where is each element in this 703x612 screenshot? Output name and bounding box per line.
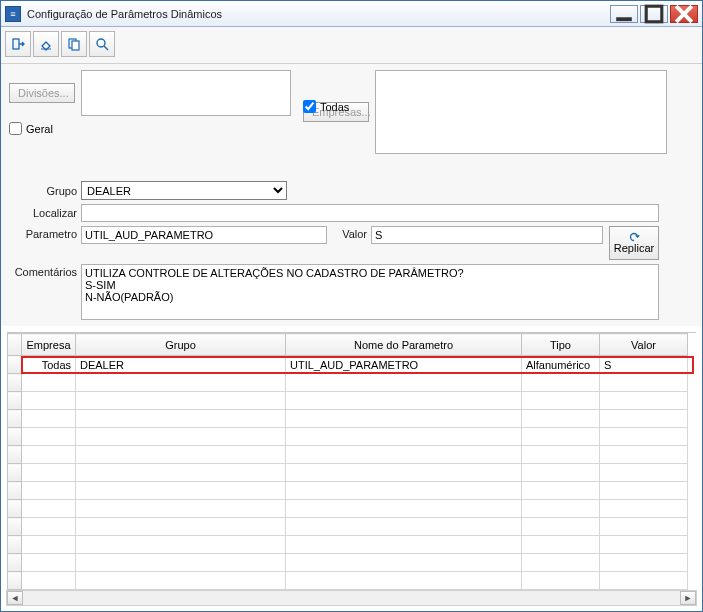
col-grupo[interactable]: Grupo bbox=[76, 334, 286, 356]
todas-checkbox[interactable] bbox=[303, 100, 316, 113]
parameters-grid[interactable]: Empresa Grupo Nome do Parametro Tipo Val… bbox=[7, 333, 688, 590]
scroll-right-icon[interactable]: ► bbox=[680, 591, 696, 605]
table-row[interactable] bbox=[8, 374, 688, 392]
window-title: Configuração de Parâmetros Dinâmicos bbox=[27, 8, 610, 20]
replicar-button[interactable]: Replicar bbox=[609, 226, 659, 260]
valor-input[interactable] bbox=[371, 226, 603, 244]
svg-rect-1 bbox=[646, 6, 662, 22]
svg-rect-7 bbox=[72, 41, 79, 50]
todas-label: Todas bbox=[320, 101, 349, 113]
table-row[interactable] bbox=[8, 536, 688, 554]
toolbar bbox=[1, 27, 702, 64]
localizar-label: Localizar bbox=[9, 207, 81, 219]
table-row[interactable]: TodasDEALERUTIL_AUD_PARAMETROAlfanuméric… bbox=[8, 356, 688, 374]
grupo-select[interactable]: DEALER bbox=[81, 181, 287, 200]
grupo-label: Grupo bbox=[9, 185, 81, 197]
comentarios-label: Comentários bbox=[9, 264, 81, 278]
parametro-label: Parametro bbox=[9, 226, 81, 240]
parametro-input[interactable] bbox=[81, 226, 327, 244]
divisoes-button[interactable]: Divisões... bbox=[9, 83, 75, 103]
svg-point-8 bbox=[97, 39, 105, 47]
table-row[interactable] bbox=[8, 500, 688, 518]
col-tipo[interactable]: Tipo bbox=[522, 334, 600, 356]
form-area: Divisões... Geral Empresas... Todas bbox=[1, 64, 702, 326]
maximize-button[interactable] bbox=[640, 5, 668, 23]
col-empresa[interactable]: Empresa bbox=[22, 334, 76, 356]
divisoes-textarea[interactable] bbox=[81, 70, 291, 116]
table-row[interactable] bbox=[8, 554, 688, 572]
geral-checkbox[interactable] bbox=[9, 122, 22, 135]
table-row[interactable] bbox=[8, 572, 688, 590]
replicar-label: Replicar bbox=[614, 242, 654, 254]
horizontal-scrollbar[interactable]: ◄ ► bbox=[6, 590, 697, 606]
grid-header-row: Empresa Grupo Nome do Parametro Tipo Val… bbox=[8, 334, 688, 356]
copy-icon[interactable] bbox=[61, 31, 87, 57]
table-row[interactable] bbox=[8, 482, 688, 500]
table-row[interactable] bbox=[8, 518, 688, 536]
table-row[interactable] bbox=[8, 410, 688, 428]
localizar-input[interactable] bbox=[81, 204, 659, 222]
valor-label: Valor bbox=[327, 226, 371, 240]
svg-rect-4 bbox=[13, 39, 19, 49]
geral-label: Geral bbox=[26, 123, 53, 135]
titlebar: ≡ Configuração de Parâmetros Dinâmicos bbox=[1, 1, 702, 27]
table-row[interactable] bbox=[8, 392, 688, 410]
minimize-button[interactable] bbox=[610, 5, 638, 23]
erase-icon[interactable] bbox=[33, 31, 59, 57]
scroll-left-icon[interactable]: ◄ bbox=[7, 591, 23, 605]
col-valor[interactable]: Valor bbox=[600, 334, 688, 356]
app-icon: ≡ bbox=[5, 6, 21, 22]
export-icon[interactable] bbox=[5, 31, 31, 57]
table-row[interactable] bbox=[8, 464, 688, 482]
comentarios-textarea[interactable] bbox=[81, 264, 659, 320]
table-row[interactable] bbox=[8, 428, 688, 446]
undo-icon bbox=[627, 232, 641, 242]
table-row[interactable] bbox=[8, 446, 688, 464]
col-nome[interactable]: Nome do Parametro bbox=[286, 334, 522, 356]
svg-line-9 bbox=[104, 46, 108, 50]
search-icon[interactable] bbox=[89, 31, 115, 57]
grid-area: Empresa Grupo Nome do Parametro Tipo Val… bbox=[7, 332, 696, 590]
close-button[interactable] bbox=[670, 5, 698, 23]
